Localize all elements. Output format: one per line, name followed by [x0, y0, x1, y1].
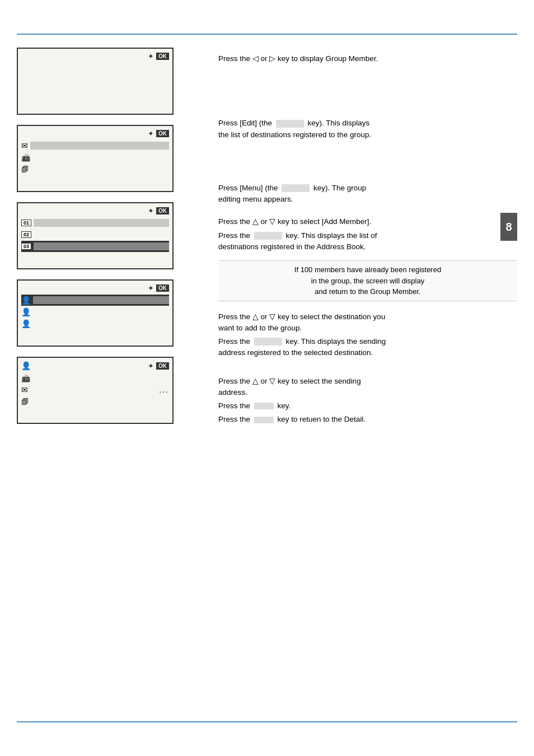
- row-bar-p1: [33, 296, 169, 304]
- screen-2: ✦ OK ✉ 📠 🗐: [17, 125, 174, 192]
- text-2: Press [Edit] (the key). This displays th…: [218, 118, 517, 141]
- screen3-row3: 03: [21, 241, 169, 252]
- screen2-row2: 📠: [21, 152, 169, 163]
- key-placeholder-5: [254, 232, 282, 240]
- nav-cross-icon-2: ✦: [148, 129, 154, 138]
- text-9: Press the key.: [218, 400, 517, 412]
- text-block-7: Press the key. This displays the sending…: [218, 336, 517, 359]
- screen5-row1: 📠: [21, 372, 169, 384]
- triangle-up-icon-4: [252, 217, 259, 226]
- ok-badge-4: OK: [156, 284, 169, 292]
- ok-badge-2: OK: [156, 130, 169, 137]
- note-box: If 100 members have already been registe…: [218, 260, 517, 301]
- triangle-down-icon-4: [269, 217, 275, 226]
- screen5-row2: ✉ ...: [21, 384, 169, 395]
- text-3: Press [Menu] (the key). The group editin…: [218, 183, 517, 206]
- person-icon-3: 👤: [21, 319, 31, 328]
- ok-badge-1: OK: [156, 53, 169, 60]
- text-block-2: Press [Edit] (the key). This displays th…: [218, 118, 517, 141]
- nav-cross-icon: ✦: [148, 52, 154, 60]
- num-02: 02: [21, 231, 31, 238]
- content-area: ✦ OK ✦ OK ✉ 📠 🗐 ✦ OK: [17, 42, 517, 717]
- nav-cross-icon-3: ✦: [148, 207, 154, 215]
- key-placeholder-9: [254, 403, 274, 409]
- tri-right-icon: [269, 54, 275, 63]
- screen5-header: 👤 ✦ OK: [21, 361, 169, 370]
- copy-icon-5: 🗐: [21, 398, 29, 406]
- screen4-row3: 👤: [21, 318, 169, 329]
- screen3-row2: 02: [21, 229, 169, 240]
- bottom-border: [17, 721, 517, 722]
- row-bar: [30, 142, 169, 150]
- key-placeholder-menu: [282, 184, 310, 192]
- screen-1: ✦ OK: [17, 48, 174, 115]
- row-bar-01: [34, 219, 169, 227]
- text-block-1: Press the or key to display Group Member…: [218, 53, 517, 64]
- fax-icon-5: 📠: [21, 374, 30, 382]
- screen1-header: ✦ OK: [21, 52, 169, 60]
- ok-badge-3: OK: [156, 207, 169, 214]
- row-bar-03: [34, 242, 169, 250]
- fax-icon: 📠: [21, 153, 30, 162]
- screen3-header: ✦ OK: [21, 207, 169, 215]
- screen-5: 👤 ✦ OK 📠 ✉ ... 🗐: [17, 357, 174, 424]
- tri-left-icon: [252, 54, 259, 63]
- text-block-3: Press [Menu] (the key). The group editin…: [218, 183, 517, 206]
- screen-4: ✦ OK 👤 👤 👤: [17, 279, 174, 347]
- note-text: If 100 members have already been registe…: [224, 264, 512, 297]
- triangle-down-icon-8: [269, 377, 275, 385]
- text-6: Press the or key to select the destinati…: [218, 311, 517, 334]
- dots-indicator: ...: [159, 385, 169, 394]
- num-01: 01: [21, 220, 31, 226]
- text-block-6: Press the or key to select the destinati…: [218, 311, 517, 334]
- screen2-row1: ✉: [21, 140, 169, 151]
- ok-badge-5: OK: [156, 362, 169, 370]
- triangle-up-icon-8: [252, 377, 259, 385]
- text-10: Press the key to retuen to the Detail.: [218, 414, 517, 425]
- screen4-header: ✦ OK: [21, 284, 169, 292]
- text-5: Press the key. This displays the list of…: [218, 230, 517, 253]
- text-block-9: Press the key.: [218, 400, 517, 412]
- screen5-row3: 🗐: [21, 396, 169, 407]
- text-8: Press the or key to select the sending a…: [218, 376, 517, 399]
- text-block-8: Press the or key to select the sending a…: [218, 376, 517, 399]
- right-column: Press the or key to display Group Member…: [202, 42, 517, 717]
- screen4-row1: 👤: [21, 295, 169, 306]
- key-placeholder-10: [254, 417, 274, 423]
- mail-icon: ✉: [21, 141, 28, 150]
- text-7: Press the key. This displays the sending…: [218, 336, 517, 359]
- top-border: [17, 34, 517, 35]
- triangle-down-icon-6: [269, 312, 275, 321]
- text-block-4: Press the or key to select [Add Member].: [218, 216, 517, 227]
- num-03: 03: [21, 243, 31, 250]
- left-column: ✦ OK ✦ OK ✉ 📠 🗐 ✦ OK: [17, 42, 202, 717]
- screen-3: ✦ OK 01 02 03: [17, 202, 174, 269]
- nav-cross-icon-5: ✦: [148, 362, 154, 370]
- key-placeholder-7: [254, 338, 282, 346]
- screen2-row3: 🗐: [21, 164, 169, 175]
- screen2-header: ✦ OK: [21, 129, 169, 138]
- text-4: Press the or key to select [Add Member].: [218, 216, 517, 227]
- person-icon-2: 👤: [21, 307, 31, 316]
- person-icon-1: 👤: [21, 296, 31, 305]
- text-1: Press the or key to display Group Member…: [218, 53, 517, 64]
- screen4-row2: 👤: [21, 306, 169, 318]
- copy-icon: 🗐: [21, 165, 29, 174]
- triangle-up-icon-6: [252, 312, 259, 321]
- key-placeholder-edit: [276, 120, 304, 128]
- text-block-5: Press the key. This displays the list of…: [218, 230, 517, 253]
- person-icon-top: 👤: [21, 361, 31, 370]
- nav-cross-icon-4: ✦: [148, 284, 154, 292]
- text-block-10: Press the key to retuen to the Detail.: [218, 414, 517, 425]
- mail-icon-5: ✉: [21, 385, 28, 394]
- screen3-row1: 01: [21, 217, 169, 228]
